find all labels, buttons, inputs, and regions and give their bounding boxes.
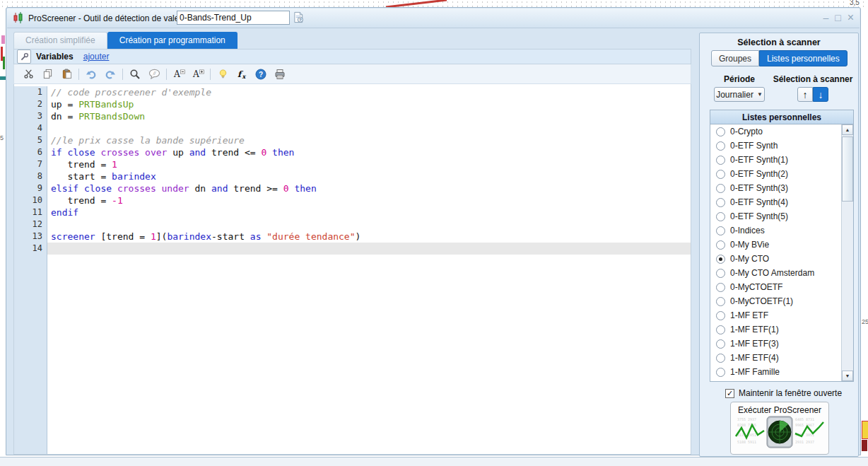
execute-proscreener-button[interactable]: Exécuter ProScreener 3755 29378288 71454… bbox=[730, 402, 829, 455]
undo-icon[interactable] bbox=[84, 67, 98, 81]
code-text[interactable]: if close crosses over up and trend <= 0 … bbox=[47, 146, 691, 158]
radio-button[interactable] bbox=[716, 226, 725, 235]
list-item[interactable]: 0-Crypto bbox=[710, 124, 853, 139]
scroll-down-arrow[interactable]: ▼ bbox=[842, 371, 853, 381]
period-dropdown[interactable]: Journalier ▼ bbox=[714, 87, 765, 102]
code-text[interactable] bbox=[47, 219, 691, 231]
list-item[interactable]: 0-Indices bbox=[710, 223, 853, 238]
radio-button[interactable] bbox=[716, 269, 725, 278]
help-icon[interactable]: ? bbox=[254, 67, 268, 81]
list-item[interactable]: 1-MF ETF(3) bbox=[710, 337, 853, 351]
list-item[interactable]: 0-My CTO Amsterdam bbox=[710, 266, 853, 280]
code-line[interactable]: 5//le prix casse la bande supérieure bbox=[14, 134, 691, 146]
code-text[interactable]: elsif close crosses under dn and trend >… bbox=[47, 182, 691, 194]
radio-button[interactable] bbox=[716, 170, 725, 179]
radio-button[interactable] bbox=[716, 184, 725, 193]
maximize-button[interactable]: □ bbox=[835, 11, 840, 25]
list-item[interactable]: 1-MF ETF(4) bbox=[710, 351, 853, 365]
code-line[interactable]: 10 trend = -1 bbox=[14, 194, 691, 206]
scan-up-button[interactable]: ↑ bbox=[797, 87, 813, 102]
code-text[interactable] bbox=[47, 255, 691, 454]
list-item[interactable]: 1-MF ETF bbox=[710, 308, 853, 322]
close-button[interactable]: × bbox=[848, 11, 854, 25]
code-line[interactable]: 6if close crosses over up and trend <= 0… bbox=[14, 146, 691, 158]
list-item[interactable]: 0-ETF Synth(2) bbox=[710, 167, 853, 181]
scrollbar-thumb[interactable] bbox=[842, 136, 853, 202]
code-line[interactable]: 9elsif close crosses under dn and trend … bbox=[14, 182, 691, 194]
code-text[interactable]: trend = 1 bbox=[47, 158, 691, 170]
radio-button[interactable] bbox=[716, 339, 725, 349]
radio-button[interactable] bbox=[716, 311, 725, 320]
list-item[interactable]: 0-My BVie bbox=[710, 238, 853, 252]
code-line[interactable]: 7 trend = 1 bbox=[14, 158, 691, 170]
list-item[interactable]: 1-MF ETF(1) bbox=[710, 322, 853, 337]
search-icon[interactable] bbox=[128, 67, 142, 81]
minimize-button[interactable]: – bbox=[823, 11, 828, 25]
code-text[interactable]: screener [trend = 1](barindex-start as "… bbox=[47, 231, 691, 243]
code-line[interactable]: 13screener [trend = 1](barindex-start as… bbox=[14, 231, 691, 243]
add-variable-link[interactable]: ajouter bbox=[83, 52, 110, 62]
list-item[interactable]: 0-My CTO bbox=[710, 252, 853, 266]
list-scrollbar[interactable]: ▲ ▼ bbox=[841, 124, 853, 381]
radio-button[interactable] bbox=[716, 240, 725, 250]
list-item[interactable]: 1-MF Famille bbox=[710, 365, 853, 379]
tab-creation-simplifiee[interactable]: Création simplifiée bbox=[13, 32, 107, 49]
radio-button[interactable] bbox=[716, 212, 725, 221]
code-editor[interactable]: 1// code proscreener d'exemple2up = PRTB… bbox=[13, 84, 691, 455]
print-icon[interactable] bbox=[273, 67, 287, 81]
radio-button[interactable] bbox=[716, 156, 725, 165]
code-line[interactable]: 2up = PRTBandsUp bbox=[14, 98, 691, 110]
radio-button[interactable] bbox=[716, 297, 725, 306]
radio-button[interactable] bbox=[716, 127, 725, 136]
code-text[interactable]: //le prix casse la bande supérieure bbox=[47, 134, 691, 146]
cut-icon[interactable] bbox=[21, 67, 35, 81]
radio-button[interactable] bbox=[716, 255, 725, 264]
scroll-up-arrow[interactable]: ▲ bbox=[842, 124, 853, 135]
font-increase-icon[interactable]: A bbox=[191, 67, 205, 81]
copy-icon[interactable] bbox=[40, 67, 54, 81]
screener-name-input[interactable] bbox=[177, 11, 290, 25]
list-item[interactable]: 0-ETF Synth(4) bbox=[710, 195, 853, 209]
wrench-icon[interactable] bbox=[17, 49, 31, 64]
code-line[interactable]: 1// code proscreener d'exemple bbox=[14, 86, 691, 98]
radio-button[interactable] bbox=[716, 141, 725, 151]
code-line[interactable]: 4 bbox=[14, 122, 691, 134]
code-text[interactable] bbox=[47, 243, 691, 255]
list-item[interactable]: 0-MyCTOETF bbox=[710, 280, 853, 294]
radio-button[interactable] bbox=[716, 354, 725, 363]
code-text[interactable]: up = PRTBandsUp bbox=[47, 98, 691, 110]
code-line[interactable]: 11endif bbox=[14, 206, 691, 219]
list-item[interactable]: 0-ETF Synth(5) bbox=[710, 209, 853, 223]
radio-button[interactable] bbox=[716, 198, 725, 207]
document-help-icon[interactable]: ? bbox=[293, 11, 305, 26]
code-text[interactable]: trend = -1 bbox=[47, 194, 691, 206]
groups-button[interactable]: Groupes bbox=[711, 50, 759, 66]
code-line[interactable]: 14 bbox=[14, 243, 691, 255]
code-text[interactable] bbox=[47, 122, 691, 134]
code-text[interactable]: start = barindex bbox=[47, 170, 691, 182]
comment-icon[interactable]: // bbox=[147, 67, 161, 81]
radio-button[interactable] bbox=[716, 325, 725, 334]
code-text[interactable]: // code proscreener d'exemple bbox=[47, 86, 691, 98]
lightbulb-icon[interactable] bbox=[216, 67, 230, 81]
paste-icon[interactable] bbox=[59, 67, 74, 81]
function-icon[interactable]: fx bbox=[235, 67, 249, 81]
list-item[interactable]: 0-ETF Synth(1) bbox=[710, 153, 853, 167]
editor-empty-area[interactable] bbox=[14, 255, 691, 454]
code-text[interactable]: endif bbox=[47, 206, 691, 219]
radio-button[interactable] bbox=[716, 368, 725, 377]
personal-lists-button[interactable]: Listes personnelles bbox=[759, 50, 848, 66]
radio-button[interactable] bbox=[716, 283, 725, 292]
list-item[interactable]: 0-ETF Synth bbox=[710, 139, 853, 153]
keep-open-checkbox[interactable]: ✓ bbox=[725, 389, 734, 398]
font-decrease-icon[interactable]: A bbox=[172, 67, 186, 81]
scan-down-button[interactable]: ↓ bbox=[813, 87, 828, 102]
code-line[interactable]: 8 start = barindex bbox=[14, 170, 691, 182]
redo-icon[interactable] bbox=[103, 67, 117, 81]
list-item[interactable]: 0-ETF Synth(3) bbox=[710, 181, 853, 195]
tab-creation-programmation[interactable]: Création par programmation bbox=[107, 32, 237, 49]
code-line[interactable]: 12 bbox=[14, 219, 691, 231]
list-item[interactable]: 0-MyCTOETF(1) bbox=[710, 294, 853, 308]
code-text[interactable]: dn = PRTBandsDown bbox=[47, 110, 691, 122]
code-line[interactable]: 3dn = PRTBandsDown bbox=[14, 110, 691, 122]
